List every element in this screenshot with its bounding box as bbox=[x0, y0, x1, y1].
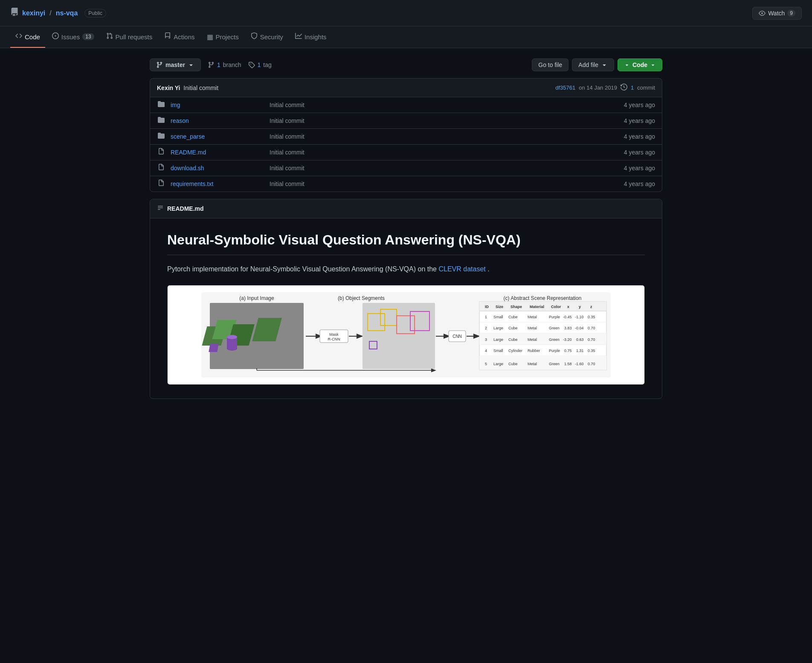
svg-text:Green: Green bbox=[549, 362, 560, 366]
branch-name: master bbox=[165, 61, 185, 68]
watch-button[interactable]: Watch 9 bbox=[752, 7, 802, 20]
clevr-link[interactable]: CLEVR dataset bbox=[438, 265, 485, 273]
tab-security[interactable]: Security bbox=[246, 26, 288, 48]
commit-author: Kexin Yi bbox=[157, 84, 180, 91]
tab-code[interactable]: Code bbox=[10, 26, 45, 48]
header: kexinyi / ns-vqa Public Watch 9 bbox=[0, 0, 812, 26]
file-commit-message: Initial commit bbox=[270, 133, 599, 140]
svg-text:0.70: 0.70 bbox=[588, 326, 595, 330]
file-name[interactable]: img bbox=[171, 102, 264, 108]
svg-text:0.63: 0.63 bbox=[576, 337, 584, 342]
code-label: Code bbox=[632, 61, 647, 68]
repo-name[interactable]: ns-vqa bbox=[56, 9, 78, 17]
tab-insights[interactable]: Insights bbox=[290, 26, 332, 48]
commit-date: on 14 Jan 2019 bbox=[579, 84, 617, 91]
svg-text:Cylinder: Cylinder bbox=[508, 349, 522, 353]
svg-text:Color: Color bbox=[551, 305, 561, 309]
file-name[interactable]: download.sh bbox=[171, 165, 264, 172]
tab-actions[interactable]: Actions bbox=[159, 26, 200, 48]
readme-header: README.md bbox=[150, 199, 662, 218]
repo-owner[interactable]: kexinyi bbox=[22, 9, 45, 17]
readme-image: (a) Input Image bbox=[167, 285, 645, 385]
tab-security-label: Security bbox=[260, 33, 283, 41]
file-name[interactable]: scene_parse bbox=[171, 133, 264, 140]
file-time: 4 years ago bbox=[604, 149, 655, 156]
history-icon bbox=[621, 84, 627, 92]
svg-text:-3.20: -3.20 bbox=[563, 337, 572, 342]
issues-badge: 13 bbox=[82, 33, 94, 40]
svg-text:Mask: Mask bbox=[329, 332, 339, 337]
readme-list-icon bbox=[157, 204, 164, 213]
file-time: 4 years ago bbox=[604, 180, 655, 187]
svg-text:Small: Small bbox=[493, 349, 503, 353]
svg-text:Large: Large bbox=[493, 326, 503, 330]
readme-description: Pytorch implementation for Neural-Symbol… bbox=[167, 264, 645, 275]
svg-text:Large: Large bbox=[493, 362, 503, 366]
tab-pull-requests[interactable]: Pull requests bbox=[101, 26, 158, 48]
commit-count-label: commit bbox=[637, 84, 655, 91]
svg-text:Cube: Cube bbox=[508, 315, 518, 319]
folder-icon bbox=[157, 116, 165, 125]
file-name[interactable]: requirements.txt bbox=[171, 180, 264, 187]
commit-right: df35761 on 14 Jan 2019 1 commit bbox=[555, 84, 655, 92]
repo-bar-right: Go to file Add file Code bbox=[532, 58, 662, 71]
svg-text:Green: Green bbox=[549, 337, 560, 342]
code-button[interactable]: Code bbox=[618, 58, 662, 71]
svg-text:1.58: 1.58 bbox=[564, 362, 572, 366]
svg-text:Metal: Metal bbox=[528, 362, 537, 366]
branch-text: branch bbox=[223, 61, 241, 68]
svg-text:0.35: 0.35 bbox=[588, 349, 595, 353]
file-name[interactable]: README.md bbox=[171, 149, 264, 156]
commit-sha[interactable]: df35761 bbox=[555, 84, 575, 91]
table-row: scene_parseInitial commit4 years ago bbox=[150, 129, 662, 145]
watch-count: 9 bbox=[787, 10, 795, 17]
visibility-badge: Public bbox=[84, 9, 106, 17]
svg-text:Purple: Purple bbox=[549, 349, 560, 353]
add-file-button[interactable]: Add file bbox=[572, 58, 614, 71]
svg-text:Size: Size bbox=[496, 305, 503, 309]
svg-text:CNN: CNN bbox=[452, 334, 462, 339]
commit-header: Kexin Yi Initial commit df35761 on 14 Ja… bbox=[150, 79, 662, 97]
svg-text:R-CNN: R-CNN bbox=[328, 337, 340, 341]
svg-text:2: 2 bbox=[485, 326, 487, 330]
svg-text:Large: Large bbox=[493, 337, 503, 342]
main-content: master 1 branch 1 tag bbox=[139, 48, 673, 409]
insights-tab-icon bbox=[295, 32, 302, 41]
svg-text:x: x bbox=[567, 305, 569, 309]
svg-rect-16 bbox=[362, 303, 435, 369]
readme-desc-end: . bbox=[487, 265, 489, 273]
svg-text:-1.60: -1.60 bbox=[575, 362, 584, 366]
file-commit-message: Initial commit bbox=[270, 165, 599, 172]
readme-title: Neural-Symbolic Visual Question Answerin… bbox=[167, 232, 645, 255]
tag-count: 1 bbox=[258, 61, 261, 68]
svg-text:0.70: 0.70 bbox=[588, 362, 595, 366]
tag-count-link[interactable]: 1 tag bbox=[248, 61, 272, 68]
file-commit-message: Initial commit bbox=[270, 149, 599, 156]
svg-text:Metal: Metal bbox=[528, 315, 537, 319]
svg-point-8 bbox=[227, 335, 237, 339]
file-name[interactable]: reason bbox=[171, 117, 264, 124]
svg-text:Metal: Metal bbox=[528, 326, 537, 330]
svg-text:ID: ID bbox=[485, 305, 489, 309]
svg-text:0.75: 0.75 bbox=[564, 349, 572, 353]
commit-message: Initial commit bbox=[183, 84, 218, 91]
tab-issues[interactable]: Issues 13 bbox=[47, 26, 99, 48]
table-row: reasonInitial commit4 years ago bbox=[150, 113, 662, 129]
repo-separator: / bbox=[49, 9, 51, 17]
branch-selector[interactable]: master bbox=[150, 58, 201, 71]
svg-text:-1.10: -1.10 bbox=[575, 315, 584, 319]
go-to-file-button[interactable]: Go to file bbox=[532, 58, 568, 71]
readme-body: Neural-Symbolic Visual Question Answerin… bbox=[150, 218, 662, 398]
file-table: Kexin Yi Initial commit df35761 on 14 Ja… bbox=[150, 78, 662, 192]
tab-code-label: Code bbox=[25, 33, 40, 41]
branch-count-link[interactable]: 1 branch bbox=[208, 61, 241, 68]
tab-projects[interactable]: ▦ Projects bbox=[202, 27, 244, 48]
add-file-label: Add file bbox=[578, 61, 598, 68]
svg-text:y: y bbox=[579, 305, 581, 309]
file-commit-message: Initial commit bbox=[270, 102, 599, 108]
svg-text:Cube: Cube bbox=[508, 337, 518, 342]
svg-text:(c) Abstract Scene Representat: (c) Abstract Scene Representation bbox=[504, 295, 582, 301]
svg-text:Rubber: Rubber bbox=[528, 349, 540, 353]
tag-text: tag bbox=[263, 61, 271, 68]
projects-tab-icon: ▦ bbox=[207, 33, 213, 41]
